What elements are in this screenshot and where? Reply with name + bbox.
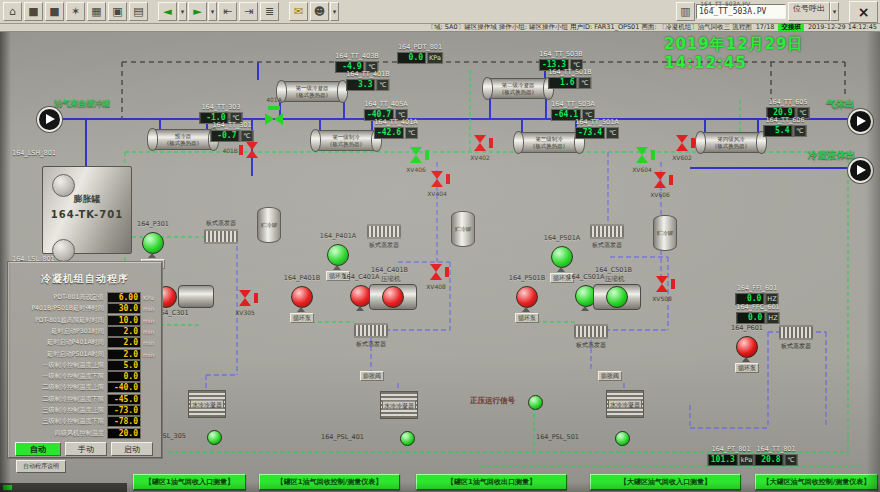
nav-button-4[interactable]: 【大罐区油气回收入口测量】 <box>590 474 741 490</box>
pump-tag: 164_P401A <box>320 233 356 240</box>
home-icon[interactable]: ⌂ <box>3 2 22 21</box>
pump-tag: 164_P301 <box>137 221 169 228</box>
chevron-down-icon[interactable]: ▾ <box>330 2 339 21</box>
pump-pedestal <box>356 306 364 311</box>
graphics-icon[interactable]: ✶ <box>66 2 85 21</box>
display-2-icon[interactable]: ■ <box>45 2 64 21</box>
transmitter-unit: ℃ <box>606 127 619 139</box>
program-row: 延时启动P301时间2.0min <box>12 326 158 337</box>
nav-button-1[interactable]: 【罐区1油气回收入口测量】 <box>133 474 246 490</box>
plate-heat-exchanger: 预冷器(板式换热器) <box>151 129 215 150</box>
tag-callup-button[interactable]: 位号呼出 <box>788 2 830 21</box>
pump-sublabel: 循环泵 <box>515 313 539 323</box>
program-row-value[interactable]: 2.0 <box>107 326 141 337</box>
operator-icon[interactable]: ☻ <box>310 2 329 21</box>
transmitter-164_TT_801[interactable]: 164_TT_80120.8℃ <box>755 446 798 466</box>
pump-pedestal <box>522 307 530 312</box>
pressure-signal-label: 正压运行信号 <box>470 396 515 406</box>
transmitter-tag-label: 164_TT_605 <box>767 99 810 106</box>
transmitter-164_PT_801[interactable]: 164_PT_801101.3kPa <box>708 446 754 466</box>
status-page: 17/18 <box>756 24 775 31</box>
program-row-value[interactable]: 2.0 <box>107 349 141 360</box>
program-row-value[interactable]: -40.0 <box>107 382 141 393</box>
tank-id: 164-TK-701 <box>43 209 131 220</box>
program-row-label: 延时启动P401A时间 <box>12 338 107 347</box>
plate-evaporator <box>779 325 813 340</box>
program-row-value[interactable]: 20.0 <box>107 428 141 439</box>
valve-body <box>239 290 251 298</box>
valve-label: XV305 <box>235 309 255 316</box>
transmitter-value: -42.6 <box>374 127 404 139</box>
plate-heat-exchanger: 第四级风冷(板式换热器) <box>699 132 763 153</box>
chevron-down-icon[interactable]: ▾ <box>178 2 187 21</box>
page-next-icon[interactable]: ⇥ <box>239 2 258 21</box>
report-icon[interactable]: ≣ <box>260 2 279 21</box>
program-row-value[interactable]: 5.0 <box>107 360 141 371</box>
valve-label: 401B <box>222 147 238 154</box>
transmitter-164_TT_401A[interactable]: 164_TT_401A-42.6℃ <box>374 119 418 139</box>
program-row-value[interactable]: 30.0 <box>107 303 141 314</box>
program-row-value[interactable]: 10.0 <box>107 315 141 326</box>
image-icon[interactable]: ▦ <box>87 2 106 21</box>
valve-body <box>410 147 422 155</box>
transmitter-164_TT_401B[interactable]: 164_TT_401B3.3℃ <box>346 71 390 91</box>
storage-drum: 贮冷罐 <box>653 215 677 251</box>
valve-label: XV602 <box>672 154 692 161</box>
forward-icon[interactable]: ► <box>188 2 207 21</box>
exchanger-label: (板式换热器) <box>700 143 762 150</box>
program-row-label: 二级制冷控制温度上限 <box>12 383 107 392</box>
program-note-button[interactable]: 自动程序说明 <box>16 460 66 473</box>
close-icon[interactable]: × <box>849 1 878 23</box>
program-row-label: PDT-801高设定值 <box>12 293 107 302</box>
nav-button-2[interactable]: 【罐区1油气回收控制/测量仪表】 <box>259 474 400 490</box>
mode-button-auto[interactable]: 自动 <box>15 442 61 456</box>
transmitter-unit: ℃ <box>785 454 798 466</box>
liquid-out-label: 冷凝液体出 <box>808 149 856 162</box>
compressor-status <box>382 286 404 308</box>
auto-program-panel: 冷凝机组自动程序 PDT-801高设定值6.00KPaP401B/P501B延时… <box>8 262 162 458</box>
program-row-value[interactable]: -45.0 <box>107 394 141 405</box>
chevron-down-icon[interactable]: ▾ <box>830 2 839 21</box>
transmitter-164_FFI_601[interactable]: 164_FFI_6010.0HZ <box>735 285 778 305</box>
display-1-icon[interactable]: ■ <box>24 2 43 21</box>
valve-body <box>265 113 274 125</box>
compressor-body <box>178 285 214 308</box>
valve-actuator <box>254 293 258 303</box>
program-row-value[interactable]: -78.0 <box>107 416 141 427</box>
back-icon[interactable]: ◄ <box>158 2 177 21</box>
valve-actuator <box>268 106 280 110</box>
pump-sublabel: 循环泵 <box>735 363 759 373</box>
transmitter-unit: ℃ <box>578 77 591 89</box>
print-icon[interactable]: ▥ <box>676 2 695 21</box>
message-icon[interactable]: ✉ <box>289 2 308 21</box>
page-prev-icon[interactable]: ⇤ <box>218 2 237 21</box>
transmitter-164_TT_501B[interactable]: 164_TT_501B1.6℃ <box>548 69 592 89</box>
chevron-down-icon[interactable]: ▾ <box>208 2 217 21</box>
program-row-value[interactable]: -73.0 <box>107 405 141 416</box>
plate-heat-exchanger: 第二级冷凝器(板式换热器) <box>486 78 550 99</box>
inlet-label: 油气来自缓冲罐 <box>54 98 110 109</box>
window-select-icon[interactable]: ▣ <box>108 2 127 21</box>
psl-305-indicator <box>207 430 222 445</box>
menu-list-icon[interactable]: ▤ <box>129 2 148 21</box>
transmitter-164_TT_501A[interactable]: 164_TT_501A-73.4℃ <box>575 119 619 139</box>
program-row-value[interactable]: 0.0 <box>107 371 141 382</box>
transmitter-164_TT_301[interactable]: 164_TT_301-0.7℃ <box>211 122 254 142</box>
nav-button-5[interactable]: 【大罐区油气回收控制/测量仪表】 <box>755 474 878 490</box>
transmitter-164_TT_606[interactable]: 164_TT_6065.4℃ <box>764 117 807 137</box>
transmitter-164_FFC_601[interactable]: 164_FFC_6010.0HZ <box>736 304 779 324</box>
program-row-unit: min <box>141 317 158 324</box>
program-row-value[interactable]: 2.0 <box>107 337 141 348</box>
transmitter-tag-label: 164_FFI_601 <box>735 285 778 292</box>
transmitter-tag-label: 164_PDT_801 <box>397 44 443 51</box>
transmitter-164_PDT_801[interactable]: 164_PDT_8010.0KPa <box>397 44 443 64</box>
mode-button-manual[interactable]: 手动 <box>65 442 107 456</box>
valve-label: XV408 <box>426 283 446 290</box>
water-cooled-condenser: 水冷冷凝器 <box>380 391 418 419</box>
condenser-label: 水冷冷凝器 <box>190 400 224 409</box>
evaporator-label: 板式蒸发器 <box>356 340 386 349</box>
program-row-label: 三级制冷控制温度下限 <box>12 417 107 426</box>
nav-button-3[interactable]: 【罐区1油气回收出口测量】 <box>416 474 567 490</box>
mode-button-start[interactable]: 启动 <box>111 442 153 456</box>
program-row-value[interactable]: 6.00 <box>107 292 141 303</box>
